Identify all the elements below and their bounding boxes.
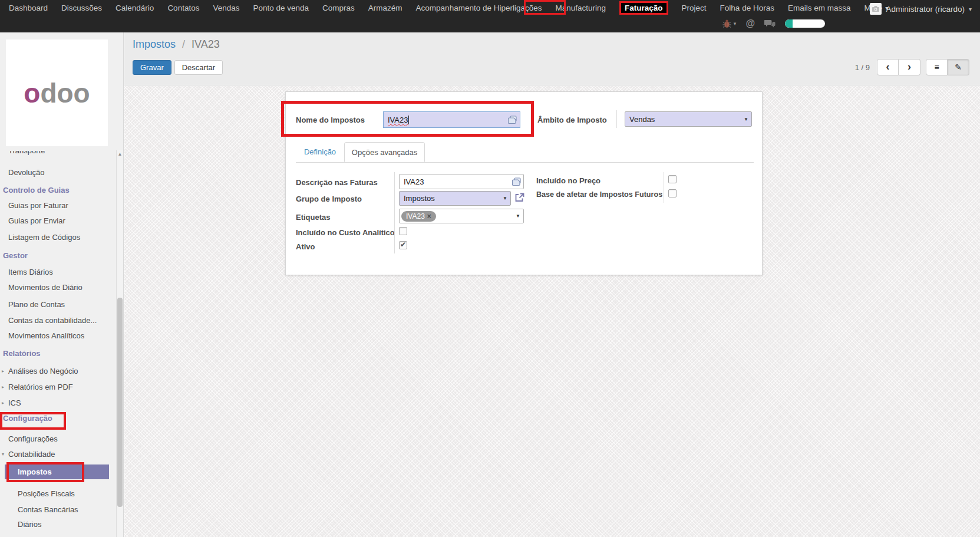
user-menu[interactable]: Administrator (ricardo) ▾ bbox=[870, 3, 972, 15]
nav-faturacao-active[interactable]: Faturação bbox=[619, 1, 668, 15]
tax-form-sheet: Nome do Impostos IVA23 Âmbito de Imposto… bbox=[285, 91, 763, 275]
tab-definicao[interactable]: Definição bbox=[296, 142, 344, 162]
breadcrumb-impostos-link[interactable]: Impostos bbox=[133, 38, 176, 50]
analytic-cost-checkbox[interactable] bbox=[399, 227, 407, 235]
sidebar-item-ics[interactable]: ICS bbox=[8, 397, 21, 409]
sidebar-item-transporte[interactable]: Transporte bbox=[8, 151, 45, 157]
external-link-icon[interactable] bbox=[514, 192, 525, 205]
chevron-right-icon: › bbox=[908, 61, 911, 73]
chevron-down-icon[interactable]: ▼ bbox=[516, 213, 520, 219]
pager-previous-button[interactable]: ‹ bbox=[877, 59, 899, 75]
sidebar: odoo Transporte Devolução Controlo de Gu… bbox=[0, 32, 124, 537]
topbar: Dashboard Discussões Calendário Contatos… bbox=[0, 0, 980, 32]
nav-calendario[interactable]: Calendário bbox=[116, 4, 154, 12]
tax-scope-value: Vendas bbox=[629, 115, 655, 124]
mentions-icon[interactable]: @ bbox=[745, 18, 755, 29]
nav-compras[interactable]: Compras bbox=[322, 4, 355, 12]
sidebar-item-contabilidade[interactable]: Contabilidade bbox=[8, 449, 55, 460]
chevron-down-icon: ▾ bbox=[969, 6, 972, 12]
invoice-description-input[interactable] bbox=[399, 174, 524, 189]
price-include-checkbox[interactable] bbox=[668, 175, 677, 183]
pager-zone: 1 / 9 ‹ › ≡ ✎ bbox=[855, 59, 969, 75]
view-switcher: ≡ ✎ bbox=[926, 59, 969, 75]
sidebar-item-relatorios-em-pdf[interactable]: Relatórios em PDF bbox=[8, 381, 73, 393]
tag-remove-icon[interactable]: × bbox=[427, 212, 431, 220]
text-cursor bbox=[408, 116, 409, 124]
sidebar-item-listagem-de-codigos[interactable]: Listagem de Códigos bbox=[8, 232, 80, 243]
sidebar-item-guias-por-enviar[interactable]: Guias por Enviar bbox=[8, 215, 65, 227]
tax-group-value: Impostos bbox=[404, 194, 435, 203]
user-name: Administrator (ricardo) bbox=[886, 5, 965, 14]
form-view-button[interactable]: ✎ bbox=[948, 59, 969, 75]
debug-menu[interactable]: ▾ bbox=[722, 19, 737, 28]
sidebar-item-movimentos-analiticos[interactable]: Movimentos Analíticos bbox=[8, 330, 84, 342]
sidebar-scrollbar[interactable]: ▲ bbox=[116, 150, 123, 537]
sidebar-item-analises-do-negocio[interactable]: Análises do Negócio bbox=[8, 365, 78, 377]
sidebar-item-impostos-selected[interactable]: Impostos bbox=[5, 464, 109, 479]
breadcrumb-separator: / bbox=[182, 38, 185, 50]
active-checkbox[interactable]: ✔ bbox=[399, 241, 407, 249]
save-button[interactable]: Gravar bbox=[133, 60, 171, 75]
chevron-down-icon: ▼ bbox=[744, 117, 748, 122]
sidebar-item-contas-bancarias[interactable]: Contas Bancárias bbox=[18, 504, 78, 516]
nav-discussoes[interactable]: Discussões bbox=[61, 4, 102, 12]
nav-vendas[interactable]: Vendas bbox=[213, 4, 239, 12]
sidebar-section-gestor[interactable]: Gestor bbox=[3, 250, 28, 262]
tab-opcoes-avancadas[interactable]: Opções avançadas bbox=[344, 142, 425, 162]
sidebar-section-relatorios[interactable]: Relatórios bbox=[3, 348, 41, 360]
sidebar-item-plano-de-contas[interactable]: Plano de Contas bbox=[8, 299, 65, 311]
sidebar-item-guias-por-faturar[interactable]: Guias por Faturar bbox=[8, 200, 68, 212]
nav-contatos[interactable]: Contatos bbox=[167, 4, 199, 12]
scrollbar-thumb[interactable] bbox=[117, 298, 123, 507]
tax-group-select[interactable]: Impostos ▼ bbox=[399, 191, 511, 206]
chat-icon[interactable] bbox=[764, 19, 776, 28]
nav-folha-de-horas[interactable]: Folha de Horas bbox=[720, 4, 774, 12]
nav-emails-em-massa[interactable]: Emails em massa bbox=[788, 4, 851, 12]
sidebar-section-controlo-de-guias[interactable]: Controlo de Guias bbox=[3, 185, 70, 196]
translate-icon[interactable] bbox=[508, 115, 517, 126]
progress-pill[interactable] bbox=[785, 19, 825, 28]
nav-acompanhamento[interactable]: Acompanhamento de Hiperligações bbox=[416, 4, 542, 12]
translate-icon[interactable] bbox=[512, 177, 522, 188]
list-view-button[interactable]: ≡ bbox=[926, 59, 948, 75]
progress-fill bbox=[785, 19, 793, 28]
label-separator bbox=[616, 110, 617, 128]
tax-scope-select[interactable]: Vendas ▼ bbox=[625, 111, 752, 127]
tax-name-value: IVA23 bbox=[388, 116, 408, 124]
pager-next-button[interactable]: › bbox=[899, 59, 920, 75]
label-column-separator bbox=[664, 172, 664, 203]
list-icon: ≡ bbox=[934, 62, 939, 72]
sidebar-item-contas-da-contabilidade[interactable]: Contas da contabilidade... bbox=[8, 315, 97, 327]
control-panel: Impostos / IVA23 Gravar Descartar 1 / 9 … bbox=[124, 32, 980, 85]
sidebar-item-posicoes-fiscais[interactable]: Posições Fiscais bbox=[18, 488, 75, 500]
scroll-up-icon[interactable]: ▲ bbox=[117, 151, 123, 157]
tags-input[interactable]: IVA23 × ▼ bbox=[399, 209, 524, 223]
nav-project[interactable]: Project bbox=[682, 4, 707, 12]
sidebar-item-movimentos-de-diario[interactable]: Movimentos de Diário bbox=[8, 282, 83, 294]
label-column-separator bbox=[394, 172, 395, 253]
odoo-logo[interactable]: odoo bbox=[6, 39, 108, 146]
nav-armazem[interactable]: Armazém bbox=[368, 4, 402, 12]
tax-name-input[interactable]: IVA23 bbox=[383, 111, 520, 128]
sidebar-item-label: Transporte bbox=[8, 151, 45, 155]
price-include-label: Incluído no Preço bbox=[536, 176, 600, 185]
discard-button[interactable]: Descartar bbox=[174, 60, 223, 75]
nav-dashboard[interactable]: Dashboard bbox=[9, 4, 48, 12]
base-affect-checkbox[interactable] bbox=[668, 189, 677, 197]
base-affect-label: Base de afetar de Impostos Futuros bbox=[536, 190, 662, 199]
check-icon: ✔ bbox=[400, 241, 406, 249]
chevron-down-icon: ▼ bbox=[503, 196, 507, 201]
breadcrumb: Impostos / IVA23 bbox=[133, 38, 220, 51]
chat-bubbles-glyph bbox=[764, 19, 776, 28]
sidebar-item-devolucao[interactable]: Devolução bbox=[8, 167, 44, 179]
nav-manufacturing[interactable]: Manufacturing bbox=[555, 4, 606, 12]
sidebar-item-diarios[interactable]: Diários bbox=[18, 519, 41, 531]
tax-name-label: Nome do Impostos bbox=[296, 116, 365, 124]
sidebar-item-configuracoes[interactable]: Configurações bbox=[8, 433, 58, 445]
analytic-cost-label: Incluído no Custo Analítico bbox=[296, 228, 395, 237]
chevron-right-icon: ▸ bbox=[2, 365, 6, 377]
nav-ponto-de-venda[interactable]: Ponto de venda bbox=[253, 4, 309, 12]
form-actions: Gravar Descartar bbox=[133, 60, 223, 75]
sidebar-item-items-diarios[interactable]: Items Diários bbox=[8, 266, 53, 278]
sidebar-section-configuracao[interactable]: Configuração bbox=[3, 413, 52, 424]
